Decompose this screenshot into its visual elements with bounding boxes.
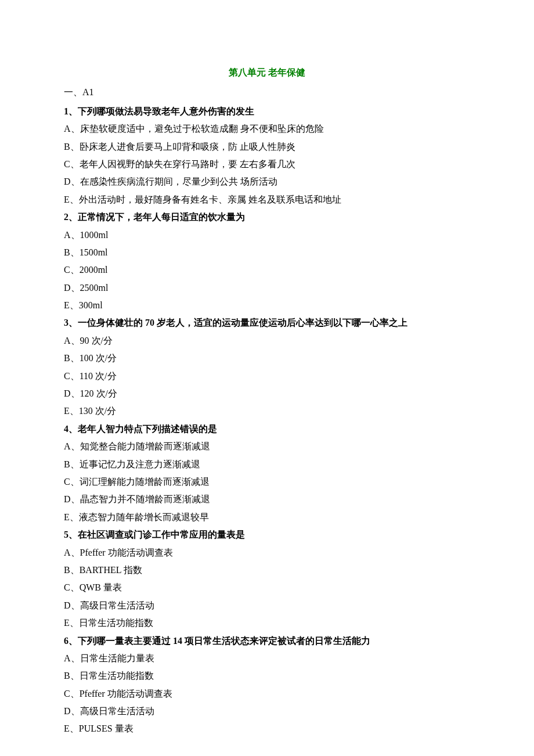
question-option: B、卧床老人进食后要马上叩背和吸痰，防 止吸人性肺炎 xyxy=(64,138,470,156)
question-option: C、词汇理解能力随增龄而逐渐减退 xyxy=(64,473,470,491)
question-option: E、130 次/分 xyxy=(64,402,470,420)
question-option: E、外出活动时，最好随身备有姓名卡、亲属 姓名及联系电话和地址 xyxy=(64,191,470,208)
question-option: B、100 次/分 xyxy=(64,350,470,367)
question-option: B、BARTHEL 指数 xyxy=(64,561,470,579)
question-stem: 5、在社区调查或门诊工作中常应用的量表是 xyxy=(64,526,470,543)
question-option: A、1000ml xyxy=(64,226,470,244)
question-option: D、高级日常生活活动 xyxy=(64,597,470,614)
question-stem: 1、下列哪项做法易导致老年人意外伤害的发生 xyxy=(64,103,470,120)
question-option: D、高级日常生活活动 xyxy=(64,703,470,720)
question-stem: 2、正常情况下，老年人每日适宜的饮水量为 xyxy=(64,208,470,226)
question-option: D、2500ml xyxy=(64,279,470,297)
unit-title: 第八单元 老年保健 xyxy=(64,64,470,81)
question-option: E、PULSES 量表 xyxy=(64,720,470,737)
question-option: B、1500ml xyxy=(64,244,470,261)
question-stem: 4、老年人智力特点下列描述错误的是 xyxy=(64,420,470,438)
question-option: C、老年人因视野的缺失在穿行马路时，要 左右多看几次 xyxy=(64,156,470,173)
question-option: D、晶态智力并不随增龄而逐渐减退 xyxy=(64,491,470,508)
question-option: B、日常生活功能指数 xyxy=(64,667,470,685)
question-option: C、Pfeffer 功能活动调查表 xyxy=(64,685,470,703)
question-option: C、110 次/分 xyxy=(64,368,470,385)
question-option: A、90 次/分 xyxy=(64,332,470,350)
question-option: E、日常生活功能指数 xyxy=(64,614,470,632)
section-type-label: 一、A1 xyxy=(64,84,470,101)
question-option: D、在感染性疾病流行期间，尽量少到公共 场所活动 xyxy=(64,173,470,190)
question-option: D、120 次/分 xyxy=(64,385,470,402)
question-option: A、床垫软硬度适中，避免过于松软造成翻 身不便和坠床的危险 xyxy=(64,120,470,138)
question-stem: 3、一位身体健壮的 70 岁老人，适宜的运动量应使运动后心率达到以下哪一心率之上 xyxy=(64,314,470,332)
question-option: A、Pfeffer 功能活动调查表 xyxy=(64,544,470,561)
question-option: A、知觉整合能力随增龄而逐渐减退 xyxy=(64,438,470,455)
question-option: A、日常生活能力量表 xyxy=(64,650,470,667)
question-option: C、2000ml xyxy=(64,261,470,279)
question-option: E、300ml xyxy=(64,297,470,314)
question-option: C、QWB 量表 xyxy=(64,579,470,596)
question-stem: 6、下列哪一量表主要通过 14 项日常生活状态来评定被试者的日常生活能力 xyxy=(64,632,470,650)
question-option: E、液态智力随年龄增长而减退较早 xyxy=(64,509,470,526)
question-option: B、近事记忆力及注意力逐渐减退 xyxy=(64,456,470,473)
